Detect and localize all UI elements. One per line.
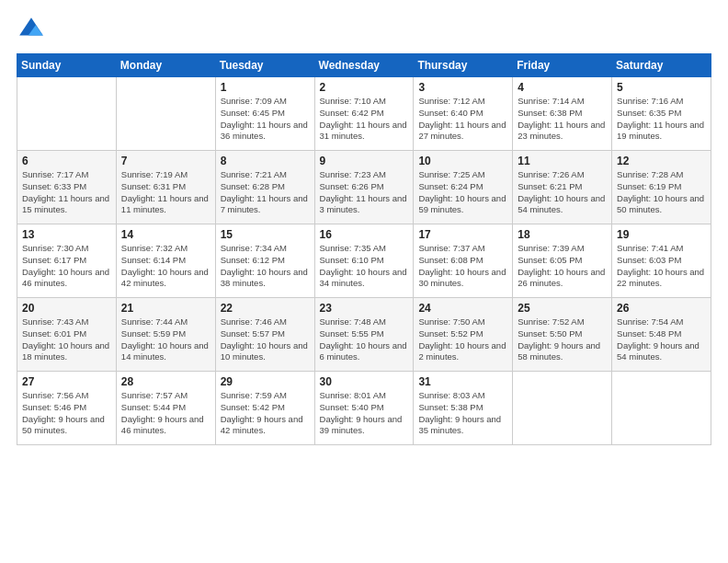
- day-number: 27: [22, 375, 111, 388]
- day-info: Sunrise: 7:56 AMSunset: 5:46 PMDaylight:…: [22, 390, 111, 437]
- day-number: 17: [418, 228, 507, 241]
- day-info: Sunrise: 7:25 AMSunset: 6:24 PMDaylight:…: [418, 169, 507, 216]
- day-number: 29: [221, 375, 310, 388]
- weekday-header: Sunday: [17, 54, 117, 77]
- day-number: 2: [320, 81, 409, 94]
- calendar-cell: [612, 372, 711, 445]
- calendar-cell: 7Sunrise: 7:19 AMSunset: 6:31 PMDaylight…: [116, 151, 215, 224]
- day-number: 6: [22, 155, 111, 167]
- calendar-cell: 23Sunrise: 7:48 AMSunset: 5:55 PMDayligh…: [314, 298, 414, 372]
- day-number: 24: [418, 302, 507, 315]
- day-info: Sunrise: 7:17 AMSunset: 6:33 PMDaylight:…: [22, 169, 111, 216]
- day-number: 23: [320, 302, 409, 315]
- calendar-cell: 31Sunrise: 8:03 AMSunset: 5:38 PMDayligh…: [414, 372, 513, 445]
- calendar-cell: 21Sunrise: 7:44 AMSunset: 5:59 PMDayligh…: [116, 298, 215, 372]
- day-number: 30: [320, 375, 409, 388]
- calendar-cell: 25Sunrise: 7:52 AMSunset: 5:50 PMDayligh…: [513, 298, 612, 372]
- calendar-cell: 29Sunrise: 7:59 AMSunset: 5:42 PMDayligh…: [215, 372, 314, 445]
- calendar-cell: 14Sunrise: 7:32 AMSunset: 6:14 PMDayligh…: [116, 224, 215, 298]
- day-number: 14: [121, 228, 210, 241]
- calendar-cell: 1Sunrise: 7:09 AMSunset: 6:45 PMDaylight…: [215, 77, 314, 151]
- calendar-cell: 30Sunrise: 8:01 AMSunset: 5:40 PMDayligh…: [314, 372, 414, 445]
- day-number: 4: [518, 81, 607, 94]
- calendar-cell: 22Sunrise: 7:46 AMSunset: 5:57 PMDayligh…: [215, 298, 314, 372]
- day-number: 7: [121, 155, 210, 167]
- day-number: 20: [22, 302, 111, 315]
- weekday-header: Tuesday: [215, 54, 314, 77]
- day-number: 5: [617, 81, 706, 94]
- day-number: 12: [617, 155, 706, 167]
- calendar-cell: 12Sunrise: 7:28 AMSunset: 6:19 PMDayligh…: [612, 151, 711, 224]
- day-info: Sunrise: 8:01 AMSunset: 5:40 PMDaylight:…: [320, 390, 409, 437]
- day-info: Sunrise: 7:26 AMSunset: 6:21 PMDaylight:…: [518, 169, 607, 216]
- calendar-cell: 2Sunrise: 7:10 AMSunset: 6:42 PMDaylight…: [314, 77, 414, 151]
- day-info: Sunrise: 7:59 AMSunset: 5:42 PMDaylight:…: [221, 390, 310, 437]
- day-number: 21: [121, 302, 210, 315]
- weekday-header: Saturday: [612, 54, 711, 77]
- day-info: Sunrise: 7:09 AMSunset: 6:45 PMDaylight:…: [221, 96, 310, 143]
- day-info: Sunrise: 7:48 AMSunset: 5:55 PMDaylight:…: [320, 316, 409, 363]
- day-number: 13: [22, 228, 111, 241]
- logo-icon: [17, 15, 46, 44]
- day-number: 26: [617, 302, 706, 315]
- calendar-week-row: 1Sunrise: 7:09 AMSunset: 6:45 PMDaylight…: [17, 77, 711, 151]
- calendar-cell: 18Sunrise: 7:39 AMSunset: 6:05 PMDayligh…: [513, 224, 612, 298]
- day-number: 25: [518, 302, 607, 315]
- calendar-cell: 10Sunrise: 7:25 AMSunset: 6:24 PMDayligh…: [414, 151, 513, 224]
- calendar-cell: 28Sunrise: 7:57 AMSunset: 5:44 PMDayligh…: [116, 372, 215, 445]
- day-info: Sunrise: 7:10 AMSunset: 6:42 PMDaylight:…: [320, 96, 409, 143]
- day-number: 3: [418, 81, 507, 94]
- header: [17, 15, 711, 44]
- day-info: Sunrise: 7:57 AMSunset: 5:44 PMDaylight:…: [121, 390, 210, 437]
- calendar-cell: 27Sunrise: 7:56 AMSunset: 5:46 PMDayligh…: [17, 372, 117, 445]
- calendar-cell: 5Sunrise: 7:16 AMSunset: 6:35 PMDaylight…: [612, 77, 711, 151]
- calendar-table: SundayMondayTuesdayWednesdayThursdayFrid…: [17, 53, 711, 445]
- calendar-cell: 11Sunrise: 7:26 AMSunset: 6:21 PMDayligh…: [513, 151, 612, 224]
- calendar-cell: [513, 372, 612, 445]
- day-number: 31: [418, 375, 507, 388]
- weekday-header-row: SundayMondayTuesdayWednesdayThursdayFrid…: [17, 54, 711, 77]
- day-number: 19: [617, 228, 706, 241]
- calendar-cell: 3Sunrise: 7:12 AMSunset: 6:40 PMDaylight…: [414, 77, 513, 151]
- day-info: Sunrise: 7:43 AMSunset: 6:01 PMDaylight:…: [22, 316, 111, 363]
- calendar-week-row: 13Sunrise: 7:30 AMSunset: 6:17 PMDayligh…: [17, 224, 711, 298]
- calendar-cell: 13Sunrise: 7:30 AMSunset: 6:17 PMDayligh…: [17, 224, 117, 298]
- day-info: Sunrise: 7:19 AMSunset: 6:31 PMDaylight:…: [121, 169, 210, 216]
- day-number: 16: [320, 228, 409, 241]
- calendar-cell: 16Sunrise: 7:35 AMSunset: 6:10 PMDayligh…: [314, 224, 414, 298]
- day-info: Sunrise: 7:44 AMSunset: 5:59 PMDaylight:…: [121, 316, 210, 363]
- weekday-header: Wednesday: [314, 54, 414, 77]
- calendar-week-row: 27Sunrise: 7:56 AMSunset: 5:46 PMDayligh…: [17, 372, 711, 445]
- calendar-cell: 6Sunrise: 7:17 AMSunset: 6:33 PMDaylight…: [17, 151, 117, 224]
- day-info: Sunrise: 7:28 AMSunset: 6:19 PMDaylight:…: [617, 169, 706, 216]
- day-number: 18: [518, 228, 607, 241]
- day-info: Sunrise: 7:54 AMSunset: 5:48 PMDaylight:…: [617, 316, 706, 363]
- day-info: Sunrise: 7:46 AMSunset: 5:57 PMDaylight:…: [221, 316, 310, 363]
- day-info: Sunrise: 7:52 AMSunset: 5:50 PMDaylight:…: [518, 316, 607, 363]
- logo: [17, 15, 50, 44]
- day-info: Sunrise: 7:30 AMSunset: 6:17 PMDaylight:…: [22, 243, 111, 290]
- calendar-cell: 20Sunrise: 7:43 AMSunset: 6:01 PMDayligh…: [17, 298, 117, 372]
- day-info: Sunrise: 7:23 AMSunset: 6:26 PMDaylight:…: [320, 169, 409, 216]
- calendar-cell: 26Sunrise: 7:54 AMSunset: 5:48 PMDayligh…: [612, 298, 711, 372]
- day-info: Sunrise: 7:37 AMSunset: 6:08 PMDaylight:…: [418, 243, 507, 290]
- day-number: 15: [221, 228, 310, 241]
- calendar-cell: 24Sunrise: 7:50 AMSunset: 5:52 PMDayligh…: [414, 298, 513, 372]
- weekday-header: Monday: [116, 54, 215, 77]
- day-number: 11: [518, 155, 607, 167]
- day-number: 22: [221, 302, 310, 315]
- day-number: 8: [221, 155, 310, 167]
- day-info: Sunrise: 7:32 AMSunset: 6:14 PMDaylight:…: [121, 243, 210, 290]
- day-number: 10: [418, 155, 507, 167]
- calendar-week-row: 20Sunrise: 7:43 AMSunset: 6:01 PMDayligh…: [17, 298, 711, 372]
- day-number: 28: [121, 375, 210, 388]
- weekday-header: Thursday: [414, 54, 513, 77]
- calendar-cell: 15Sunrise: 7:34 AMSunset: 6:12 PMDayligh…: [215, 224, 314, 298]
- calendar-cell: 17Sunrise: 7:37 AMSunset: 6:08 PMDayligh…: [414, 224, 513, 298]
- calendar-cell: 9Sunrise: 7:23 AMSunset: 6:26 PMDaylight…: [314, 151, 414, 224]
- page: SundayMondayTuesdayWednesdayThursdayFrid…: [0, 0, 728, 563]
- calendar-cell: 8Sunrise: 7:21 AMSunset: 6:28 PMDaylight…: [215, 151, 314, 224]
- day-info: Sunrise: 7:21 AMSunset: 6:28 PMDaylight:…: [221, 169, 310, 216]
- day-info: Sunrise: 7:12 AMSunset: 6:40 PMDaylight:…: [418, 96, 507, 143]
- calendar-cell: [17, 77, 117, 151]
